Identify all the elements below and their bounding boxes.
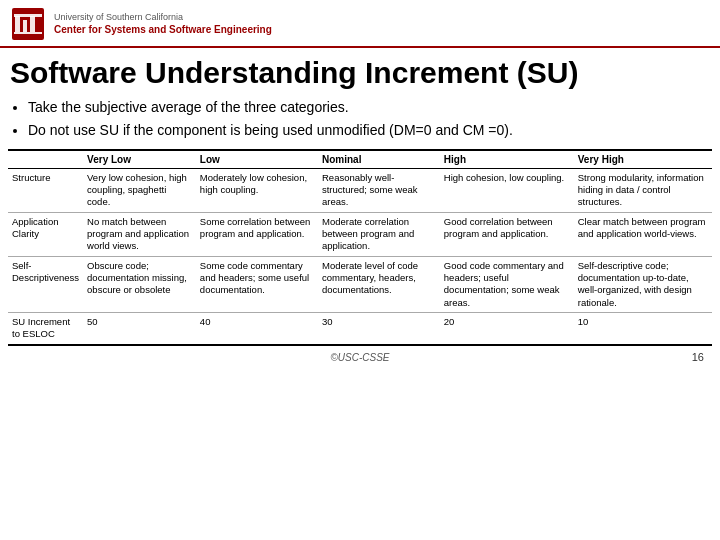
svg-rect-2 — [23, 20, 27, 32]
col-header-high: High — [440, 150, 574, 169]
svg-rect-3 — [30, 16, 35, 32]
table-row: Application ClarityNo match between prog… — [8, 212, 712, 256]
header: University of Southern California Center… — [0, 0, 720, 48]
cell-r1-c3: Moderate correlation between program and… — [318, 212, 440, 256]
page-number: 16 — [692, 351, 704, 363]
table-container: Very Low Low Nominal High Very High Stru… — [0, 149, 720, 346]
main-title: Software Understanding Increment (SU) — [0, 48, 720, 93]
cell-r0-c2: Moderately low cohesion, high coupling. — [196, 168, 318, 212]
cell-r3-c0: SU Increment to ESLOC — [8, 312, 83, 344]
bullet-1: Take the subjective average of the three… — [28, 97, 710, 118]
table-row: Self-DescriptivenessObscure code; docume… — [8, 256, 712, 312]
cell-r0-c1: Very low cohesion, high coupling, spaghe… — [83, 168, 196, 212]
svg-rect-4 — [14, 14, 42, 17]
cell-r1-c5: Clear match between program and applicat… — [574, 212, 712, 256]
col-header-very-low: Very Low — [83, 150, 196, 169]
cell-r3-c4: 20 — [440, 312, 574, 344]
cell-r2-c4: Good code commentary and headers; useful… — [440, 256, 574, 312]
table-row: SU Increment to ESLOC5040302010 — [8, 312, 712, 344]
university-name: University of Southern California — [54, 12, 272, 24]
cell-r2-c2: Some code commentary and headers; some u… — [196, 256, 318, 312]
cell-r0-c3: Reasonably well-structured; some weak ar… — [318, 168, 440, 212]
svg-rect-1 — [15, 16, 20, 32]
cell-r2-c1: Obscure code; documentation missing, obs… — [83, 256, 196, 312]
cell-r3-c3: 30 — [318, 312, 440, 344]
table-body: StructureVery low cohesion, high couplin… — [8, 168, 712, 345]
col-header-low: Low — [196, 150, 318, 169]
col-header-blank — [8, 150, 83, 169]
cell-r1-c1: No match between program and application… — [83, 212, 196, 256]
center-name: Center for Systems and Software Engineer… — [54, 23, 272, 36]
usc-logo — [10, 6, 46, 42]
col-header-very-high: Very High — [574, 150, 712, 169]
cell-r0-c0: Structure — [8, 168, 83, 212]
copyright: ©USC-CSSE — [330, 352, 389, 363]
bullets-list: Take the subjective average of the three… — [0, 93, 720, 149]
bullet-2: Do not use SU if the component is being … — [28, 120, 710, 141]
logo-area: University of Southern California Center… — [10, 6, 272, 42]
cell-r2-c5: Self-descriptive code; documentation up-… — [574, 256, 712, 312]
cell-r1-c4: Good correlation between program and app… — [440, 212, 574, 256]
cell-r3-c1: 50 — [83, 312, 196, 344]
table-header-row: Very Low Low Nominal High Very High — [8, 150, 712, 169]
cell-r3-c5: 10 — [574, 312, 712, 344]
cell-r2-c3: Moderate level of code commentary, heade… — [318, 256, 440, 312]
su-table: Very Low Low Nominal High Very High Stru… — [8, 149, 712, 346]
table-row: StructureVery low cohesion, high couplin… — [8, 168, 712, 212]
svg-rect-5 — [14, 32, 42, 34]
col-header-nominal: Nominal — [318, 150, 440, 169]
cell-r1-c0: Application Clarity — [8, 212, 83, 256]
cell-r3-c2: 40 — [196, 312, 318, 344]
header-text: University of Southern California Center… — [54, 12, 272, 37]
cell-r0-c5: Strong modularity, information hiding in… — [574, 168, 712, 212]
cell-r2-c0: Self-Descriptiveness — [8, 256, 83, 312]
cell-r0-c4: High cohesion, low coupling. — [440, 168, 574, 212]
cell-r1-c2: Some correlation between program and app… — [196, 212, 318, 256]
footer: ©USC-CSSE 16 — [0, 348, 720, 367]
